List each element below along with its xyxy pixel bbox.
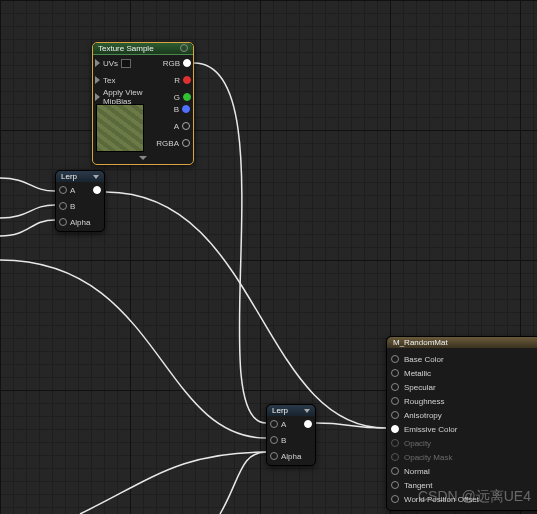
pin-icon: [304, 420, 312, 428]
material-result-node[interactable]: M_RandomMat Base ColorMetallicSpecularRo…: [386, 336, 537, 511]
pin-label: Alpha: [70, 218, 90, 227]
result-pin-roughness[interactable]: Roughness: [391, 394, 537, 408]
result-pin-metallic[interactable]: Metallic: [391, 366, 537, 380]
pin-label: Specular: [404, 383, 436, 392]
pin-icon: [270, 420, 278, 428]
uv-default-box[interactable]: [121, 59, 131, 68]
chevron-down-icon[interactable]: [138, 156, 148, 162]
result-pin-normal[interactable]: Normal: [391, 464, 537, 478]
result-pin-tangent[interactable]: Tangent: [391, 478, 537, 492]
output-pin[interactable]: [93, 185, 101, 195]
pin-icon: [391, 425, 399, 433]
pin-label: Anisotropy: [404, 411, 442, 420]
node-title[interactable]: M_RandomMat: [387, 337, 537, 348]
pin-icon: [391, 467, 399, 475]
chevron-down-icon[interactable]: [93, 175, 99, 179]
pin-icon: [95, 93, 100, 101]
pin-icon: [183, 59, 191, 67]
result-pin-opacity: Opacity: [391, 436, 537, 450]
title-text: Lerp: [272, 406, 288, 415]
pin-icon: [59, 186, 67, 194]
pin-label: A: [70, 186, 75, 195]
title-text: Lerp: [61, 172, 77, 181]
title-text: Texture Sample: [98, 44, 154, 53]
minimize-icon[interactable]: [180, 44, 188, 52]
input-pin-a[interactable]: A: [270, 419, 301, 429]
pin-label: Base Color: [404, 355, 444, 364]
output-pin-rgba[interactable]: RGBA: [156, 138, 190, 148]
output-pin-b[interactable]: B: [174, 104, 190, 114]
pin-label: World Position Offset: [404, 495, 479, 504]
pin-icon: [391, 439, 399, 447]
output-pin-a[interactable]: A: [174, 121, 190, 131]
result-pin-emissive-color[interactable]: Emissive Color: [391, 422, 537, 436]
input-pin-uvs[interactable]: UVs: [95, 58, 163, 68]
pin-icon: [391, 411, 399, 419]
pin-icon: [183, 76, 191, 84]
input-pin-tex[interactable]: Tex: [95, 75, 163, 85]
result-pin-specular[interactable]: Specular: [391, 380, 537, 394]
output-pin-g[interactable]: G: [174, 92, 191, 102]
pin-icon: [391, 397, 399, 405]
pin-label: A: [281, 420, 286, 429]
node-title[interactable]: Texture Sample: [93, 43, 193, 55]
texture-sample-node[interactable]: Texture Sample UVs Tex Apply View MipBia…: [92, 42, 194, 165]
pin-label: UVs: [103, 59, 118, 68]
input-pin-alpha[interactable]: Alpha: [270, 451, 301, 461]
lerp-node-2[interactable]: Lerp A B Alpha: [266, 404, 316, 466]
pin-icon: [391, 369, 399, 377]
pin-icon: [93, 186, 101, 194]
input-pin-b[interactable]: B: [270, 435, 301, 445]
pin-label: Alpha: [281, 452, 301, 461]
pin-label: G: [174, 93, 180, 102]
pin-label: Metallic: [404, 369, 431, 378]
result-pin-world-position-offset[interactable]: World Position Offset: [391, 492, 537, 506]
texture-preview[interactable]: [96, 104, 144, 152]
input-pin-a[interactable]: A: [59, 185, 90, 195]
input-pin-b[interactable]: B: [59, 201, 90, 211]
pin-icon: [182, 105, 190, 113]
pin-label: B: [174, 105, 179, 114]
node-title[interactable]: Lerp: [267, 405, 315, 416]
pin-icon: [391, 383, 399, 391]
pin-label: B: [70, 202, 75, 211]
input-pin-alpha[interactable]: Alpha: [59, 217, 90, 227]
result-pin-base-color[interactable]: Base Color: [391, 352, 537, 366]
pin-label: B: [281, 436, 286, 445]
pin-label: Roughness: [404, 397, 444, 406]
pin-label: RGBA: [156, 139, 179, 148]
input-pin-mip[interactable]: Apply View MipBias: [95, 92, 163, 102]
pin-icon: [391, 355, 399, 363]
pin-icon: [95, 76, 100, 84]
result-pin-opacity-mask: Opacity Mask: [391, 450, 537, 464]
pin-icon: [270, 452, 278, 460]
pin-icon: [183, 93, 191, 101]
pin-label: Opacity: [404, 439, 431, 448]
output-pin-rgb[interactable]: RGB: [163, 58, 191, 68]
pin-icon: [391, 453, 399, 461]
output-pin-r[interactable]: R: [174, 75, 191, 85]
pin-icon: [391, 495, 399, 503]
pin-label: Emissive Color: [404, 425, 457, 434]
title-text: M_RandomMat: [393, 338, 448, 347]
pin-icon: [270, 436, 278, 444]
node-title[interactable]: Lerp: [56, 171, 104, 182]
result-pin-anisotropy[interactable]: Anisotropy: [391, 408, 537, 422]
chevron-down-icon[interactable]: [304, 409, 310, 413]
pin-label: Normal: [404, 467, 430, 476]
pin-icon: [59, 202, 67, 210]
pin-icon: [391, 481, 399, 489]
pin-icon: [59, 218, 67, 226]
pin-icon: [182, 139, 190, 147]
pin-icon: [182, 122, 190, 130]
pin-label: R: [174, 76, 180, 85]
pin-label: Tex: [103, 76, 115, 85]
pin-label: A: [174, 122, 179, 131]
output-pin[interactable]: [304, 419, 312, 429]
pin-label: RGB: [163, 59, 180, 68]
lerp-node-1[interactable]: Lerp A B Alpha: [55, 170, 105, 232]
pin-label: Opacity Mask: [404, 453, 452, 462]
pin-label: Tangent: [404, 481, 432, 490]
pin-icon: [95, 59, 100, 67]
